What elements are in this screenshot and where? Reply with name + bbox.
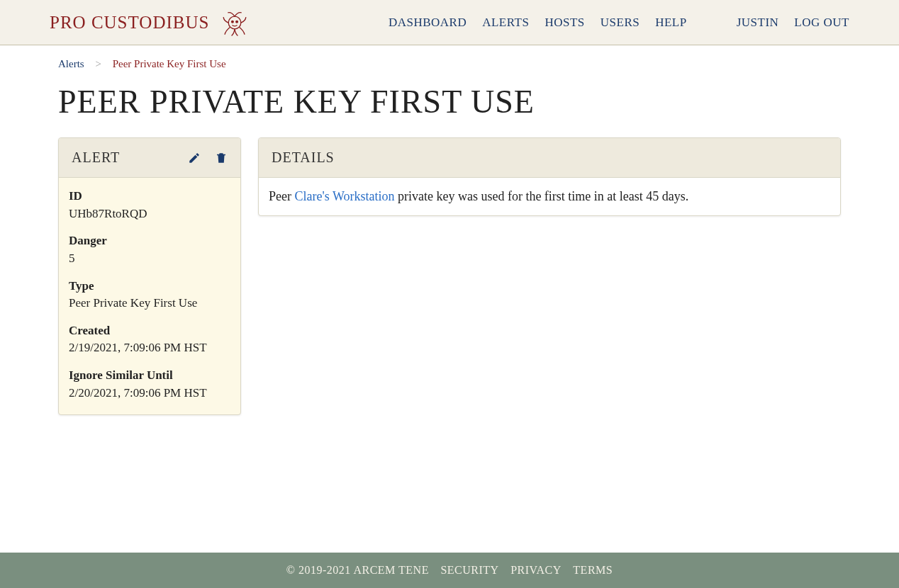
- svg-point-2: [236, 21, 238, 23]
- medusa-logo-icon: [219, 7, 250, 38]
- footer-terms[interactable]: TERMS: [573, 564, 613, 576]
- details-card-title: DETAILS: [272, 149, 335, 166]
- footer-security[interactable]: SECURITY: [440, 564, 498, 576]
- breadcrumb: Alerts > Peer Private Key First Use: [0, 45, 899, 70]
- details-card-body: Peer Clare's Workstation private key was…: [259, 178, 840, 215]
- nav-help[interactable]: HELP: [655, 16, 687, 30]
- footer-privacy[interactable]: PRIVACY: [510, 564, 562, 576]
- main-nav: DASHBOARD ALERTS HOSTS USERS HELP JUSTIN…: [389, 16, 849, 30]
- alert-card-title: ALERT: [72, 149, 120, 166]
- details-suffix: private key was used for the first time …: [394, 189, 688, 203]
- details-card-header: DETAILS: [259, 138, 840, 178]
- alert-field-ignore: Ignore Similar Until 2/20/2021, 7:09:06 …: [69, 367, 230, 402]
- trash-icon[interactable]: [215, 152, 228, 164]
- alert-danger-label: Danger: [69, 232, 230, 250]
- footer: © 2019-2021 ARCEM TENE SECURITY PRIVACY …: [0, 553, 899, 588]
- nav-hosts[interactable]: HOSTS: [545, 16, 584, 30]
- alert-field-id: ID UHb87RtoRQD: [69, 188, 230, 222]
- details-peer-link[interactable]: Clare's Workstation: [294, 189, 394, 203]
- edit-icon[interactable]: [188, 152, 201, 164]
- topbar: PRO CUSTODIBUS DASHBOARD ALERTS HOSTS US…: [0, 0, 899, 45]
- alert-card-header: ALERT: [59, 138, 240, 178]
- alert-danger-value: 5: [69, 250, 230, 268]
- svg-point-1: [232, 21, 234, 23]
- alert-created-value: 2/19/2021, 7:09:06 PM HST: [69, 339, 230, 357]
- page-title: PEER PRIVATE KEY FIRST USE: [0, 70, 899, 137]
- breadcrumb-parent[interactable]: Alerts: [58, 58, 84, 69]
- alert-card-actions: [188, 152, 228, 164]
- svg-point-0: [229, 16, 242, 29]
- brand-name: PRO CUSTODIBUS: [50, 13, 209, 33]
- nav-alerts[interactable]: ALERTS: [482, 16, 529, 30]
- footer-copyright: © 2019-2021 ARCEM TENE: [286, 564, 429, 576]
- alert-field-type: Type Peer Private Key First Use: [69, 278, 230, 312]
- alert-card: ALERT ID UHb87RtoRQD Danger 5 Type: [58, 137, 241, 415]
- alert-type-value: Peer Private Key First Use: [69, 295, 230, 312]
- alert-ignore-label: Ignore Similar Until: [69, 367, 230, 385]
- main-content: ALERT ID UHb87RtoRQD Danger 5 Type: [0, 137, 899, 553]
- details-prefix: Peer: [269, 189, 294, 203]
- alert-ignore-value: 2/20/2021, 7:09:06 PM HST: [69, 385, 230, 402]
- nav-dashboard[interactable]: DASHBOARD: [389, 16, 467, 30]
- nav-users[interactable]: USERS: [601, 16, 640, 30]
- nav-user[interactable]: JUSTIN: [737, 16, 779, 30]
- alert-field-danger: Danger 5: [69, 232, 230, 267]
- alert-type-label: Type: [69, 278, 230, 295]
- brand[interactable]: PRO CUSTODIBUS: [50, 7, 250, 38]
- alert-created-label: Created: [69, 322, 230, 340]
- alert-id-label: ID: [69, 188, 230, 205]
- alert-field-created: Created 2/19/2021, 7:09:06 PM HST: [69, 322, 230, 357]
- nav-logout[interactable]: LOG OUT: [794, 16, 849, 30]
- details-card: DETAILS Peer Clare's Workstation private…: [258, 137, 841, 216]
- alert-card-body: ID UHb87RtoRQD Danger 5 Type Peer Privat…: [59, 178, 240, 414]
- breadcrumb-current: Peer Private Key First Use: [113, 58, 226, 69]
- breadcrumb-separator: >: [95, 58, 101, 70]
- alert-id-value: UHb87RtoRQD: [69, 205, 230, 223]
